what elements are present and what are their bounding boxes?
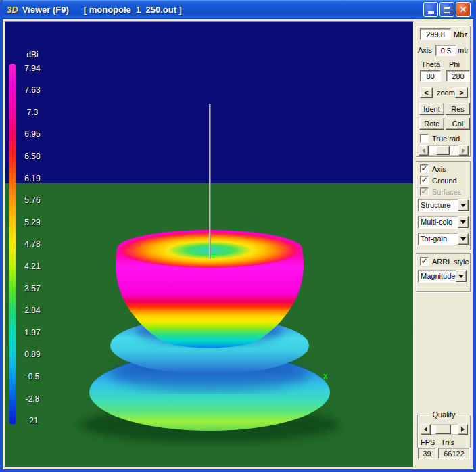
surfaces-checkbox-label: Surfaces	[432, 188, 461, 196]
col-button[interactable]: Col	[446, 118, 470, 130]
title-bar[interactable]: 3D Viewer (F9) [ monopole_1_250.out ] ✕	[0, 0, 476, 19]
surfaces-checkbox: ✓	[420, 187, 429, 196]
structure-dropdown[interactable]: Structure	[418, 199, 469, 212]
zoom-out-button[interactable]: <	[420, 87, 433, 98]
dropdown-arrow-button[interactable]	[458, 233, 469, 245]
frequency-unit-label: Mhz	[454, 30, 468, 39]
arrl-style-checkbox[interactable]: ✓	[420, 257, 429, 266]
color-mode-dropdown[interactable]: Multi-colo	[418, 216, 469, 229]
3d-scene: z x	[5, 22, 413, 467]
ident-button[interactable]: Ident	[419, 103, 444, 115]
close-icon: ✕	[459, 5, 467, 14]
gain-type-dropdown[interactable]: Tot-gain	[418, 233, 469, 245]
quality-group-label: Quality	[430, 410, 457, 419]
minimize-icon	[428, 11, 434, 14]
scrollbar-track[interactable]	[429, 145, 458, 156]
quality-slider[interactable]	[421, 424, 468, 435]
scroll-right-button[interactable]	[458, 145, 469, 156]
antenna-wire	[210, 104, 210, 259]
triangle-right-icon	[462, 148, 465, 154]
check-icon: ✓	[421, 258, 427, 264]
3d-viewport[interactable]: z x dBi 7.947.637.36.956.586.195.765.294…	[5, 21, 414, 467]
scrollbar-thumb[interactable]	[436, 146, 449, 155]
minimize-button[interactable]	[423, 2, 438, 17]
z-axis-marker: z	[212, 252, 216, 260]
viewer-window: 3D Viewer (F9) [ monopole_1_250.out ] ✕	[0, 0, 476, 472]
maximize-icon	[444, 7, 450, 13]
axis-unit-label: mtr	[458, 46, 469, 54]
check-icon: ✓	[421, 176, 427, 183]
frequency-input[interactable]	[420, 28, 451, 40]
zoom-label: zoom	[437, 89, 455, 97]
triangle-down-icon	[460, 204, 466, 207]
fps-value	[418, 448, 436, 459]
check-icon: ✓	[421, 165, 427, 172]
magnitude-dropdown-value: Magnitude	[421, 272, 456, 280]
slider-track[interactable]	[431, 424, 458, 435]
fps-label: FPS	[421, 438, 435, 446]
check-icon: ✓	[421, 188, 427, 195]
axis-length-input[interactable]	[435, 45, 456, 56]
scroll-left-button[interactable]	[419, 145, 429, 156]
theta-input[interactable]	[420, 70, 441, 82]
magnitude-dropdown[interactable]: Magnitude	[418, 270, 467, 283]
theta-label: Theta	[421, 60, 440, 68]
zoom-in-button[interactable]: >	[455, 87, 468, 98]
window-filename: [ monopole_1_250.out ]	[84, 5, 182, 15]
scroll-left-button[interactable]	[421, 424, 431, 435]
radiation-pattern	[80, 230, 339, 443]
window-title: Viewer (F9)	[22, 5, 69, 15]
triangle-down-icon	[460, 220, 466, 224]
maximize-button[interactable]	[439, 2, 454, 17]
true-rad-scrollbar[interactable]	[419, 145, 469, 156]
color-mode-dropdown-value: Multi-colo	[421, 218, 458, 226]
res-button[interactable]: Res	[446, 103, 470, 115]
slider-thumb[interactable]	[435, 425, 451, 434]
close-button[interactable]: ✕	[456, 2, 471, 17]
dropdown-arrow-button[interactable]	[456, 270, 467, 282]
dropdown-arrow-button[interactable]	[458, 199, 469, 211]
phi-label: Phi	[449, 60, 460, 68]
structure-dropdown-value: Structure	[421, 201, 458, 209]
tris-label: Tri's	[441, 438, 454, 446]
triangle-left-icon	[424, 427, 427, 432]
rotc-button[interactable]: Rotc	[419, 118, 444, 130]
triangle-right-icon	[461, 427, 465, 432]
app-icon: 3D	[7, 5, 18, 15]
x-axis-marker: x	[323, 371, 328, 381]
scroll-right-button[interactable]	[458, 424, 468, 435]
gain-type-dropdown-value: Tot-gain	[421, 235, 458, 243]
axis-checkbox-label: Axis	[432, 165, 446, 173]
triangle-left-icon	[422, 148, 425, 154]
triangle-down-icon	[460, 237, 466, 241]
triangle-down-icon	[458, 275, 464, 278]
ground-checkbox[interactable]: ✓	[420, 176, 429, 185]
control-panel: Mhz Axis mtr Theta Phi < zoom > Ident Re…	[414, 19, 473, 469]
tris-value	[438, 448, 470, 459]
axis-checkbox[interactable]: ✓	[420, 164, 429, 173]
arrl-style-label: ARRL style	[432, 258, 469, 266]
phi-input[interactable]	[446, 70, 470, 82]
axis-length-label: Axis	[418, 46, 432, 54]
dropdown-arrow-button[interactable]	[458, 216, 469, 228]
true-rad-checkbox[interactable]: ✓	[420, 134, 429, 143]
true-rad-label: True rad.	[432, 135, 462, 143]
ground-checkbox-label: Ground	[432, 176, 457, 185]
